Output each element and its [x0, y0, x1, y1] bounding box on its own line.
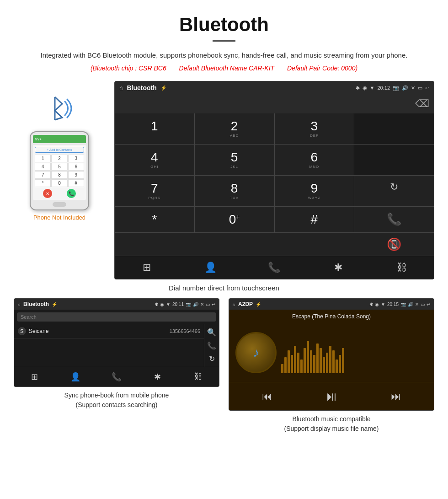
back-icon[interactable]: ↩: [425, 85, 429, 91]
music-status-right: ✱ ◉ ▼ 20:15 📷 🔊 ✕ ▭ ↩: [369, 302, 430, 307]
page-title: Bluetooth: [27, 14, 421, 36]
music-win: ▭: [421, 302, 425, 307]
song-title: Escape (The Pina Colada Song): [229, 310, 434, 323]
prev-track-btn[interactable]: ⏮: [262, 391, 272, 402]
music-screen: ⌂ A2DP ⚡ ✱ ◉ ▼ 20:15 📷 🔊 ✕ ▭ ↩: [229, 298, 434, 411]
phone-key-hash[interactable]: #: [68, 179, 84, 187]
phonebook-item: ⌂ Bluetooth ⚡ ✱ ◉ ▼ 20:11 📷 🔊 ✕ ▭ ↩: [14, 298, 219, 434]
dialer-phone-icon[interactable]: 📞: [242, 256, 306, 279]
phone-key-0[interactable]: 0: [51, 179, 67, 187]
pb-search-icon[interactable]: 🔍: [207, 328, 216, 337]
dialer-bt-icon[interactable]: ✱: [306, 256, 370, 279]
home-icon[interactable]: ⌂: [119, 84, 123, 91]
phone-body: MY+ + Add to Contacts 1 2 3 4 5 6 7 8 9 …: [30, 131, 89, 210]
pb-close[interactable]: ✕: [200, 302, 204, 307]
pb-usb-icon: ⚡: [52, 302, 57, 307]
play-pause-btn[interactable]: ⏯: [325, 389, 338, 404]
pb-back[interactable]: ↩: [212, 302, 215, 307]
pb-sync-icon[interactable]: ↻: [207, 354, 216, 363]
close-icon[interactable]: ✕: [411, 85, 415, 91]
phone-key-5[interactable]: 5: [51, 163, 67, 171]
wave-bar: [281, 364, 283, 373]
header-description: Integrated with BC6 Bluetooth module, su…: [27, 50, 421, 61]
key-5[interactable]: 5 JKL: [195, 145, 274, 175]
phone-key-9[interactable]: 9: [68, 171, 84, 179]
pb-grid-btn[interactable]: ⊞: [14, 367, 55, 386]
phone-key-4[interactable]: 4: [35, 163, 51, 171]
next-track-btn[interactable]: ⏭: [391, 391, 401, 402]
phone-call-btn[interactable]: 📞: [67, 189, 76, 198]
pb-bt-icon: ✱: [155, 302, 158, 307]
pb-home-icon[interactable]: ⌂: [18, 302, 21, 307]
key-0[interactable]: 0+: [195, 207, 274, 232]
wave-bar: [310, 350, 312, 373]
pb-time: 20:11: [172, 302, 184, 307]
phone-key-6[interactable]: 6: [68, 163, 84, 171]
wave-bar: [342, 348, 344, 373]
dialer-title: Bluetooth: [127, 84, 156, 91]
wave-bar: [300, 359, 303, 373]
key-hash[interactable]: #: [275, 207, 354, 232]
wave-bar: [329, 346, 331, 373]
contact-avatar-s: S: [18, 327, 26, 335]
dialer-link-icon[interactable]: ⛓: [370, 256, 434, 279]
key-hangup[interactable]: 📵: [354, 233, 434, 256]
key-3[interactable]: 3 DEF: [275, 113, 354, 144]
phone-home-button[interactable]: [53, 202, 66, 207]
window-icon[interactable]: ▭: [418, 85, 422, 91]
add-contact-btn[interactable]: + Add to Contacts: [35, 147, 84, 153]
key-reload[interactable]: ↻: [354, 176, 434, 206]
key-call[interactable]: 📞: [354, 207, 434, 232]
music-main-content: Escape (The Pina Colada Song) ♪ ⏮ ⏯ ⏭: [229, 310, 434, 410]
contact-row-seicane[interactable]: S Seicane 13566664466: [14, 324, 204, 338]
phone-key-2[interactable]: 2: [51, 155, 67, 162]
music-item: ⌂ A2DP ⚡ ✱ ◉ ▼ 20:15 📷 🔊 ✕ ▭ ↩: [229, 298, 434, 434]
dialer-contact-icon[interactable]: 👤: [179, 256, 243, 279]
key-8[interactable]: 8 TUV: [195, 176, 274, 206]
key-7[interactable]: 7 PQRS: [115, 176, 194, 206]
key-4[interactable]: 4 GHI: [115, 145, 194, 175]
status-left: ⌂ Bluetooth ⚡: [119, 84, 167, 91]
music-close[interactable]: ✕: [415, 302, 419, 307]
pb-search-bar[interactable]: Search: [17, 312, 216, 322]
phone-key-star[interactable]: *: [35, 179, 51, 187]
phone-key-7[interactable]: 7: [35, 171, 51, 179]
music-home-icon[interactable]: ⌂: [233, 302, 235, 307]
key-9[interactable]: 9 WXYZ: [275, 176, 354, 206]
volume-icon[interactable]: 🔊: [402, 85, 408, 91]
key-empty-2: [354, 145, 434, 175]
wave-bar: [339, 355, 341, 373]
wave-bar: [316, 343, 319, 373]
key-1[interactable]: 1: [115, 113, 194, 144]
key-2[interactable]: 2 ABC: [195, 113, 274, 144]
music-loc: ◉: [375, 302, 379, 307]
phonebook-screen: ⌂ Bluetooth ⚡ ✱ ◉ ▼ 20:11 📷 🔊 ✕ ▭ ↩: [14, 298, 219, 387]
wave-bar: [297, 353, 299, 373]
music-vol: 🔊: [408, 302, 413, 307]
pb-bt-btn[interactable]: ✱: [137, 367, 178, 386]
music-back[interactable]: ↩: [427, 302, 430, 307]
key-star[interactable]: *: [115, 207, 194, 232]
phone-key-8[interactable]: 8: [51, 171, 67, 179]
spec-chip: (Bluetooth chip : CSR BC6: [91, 64, 166, 72]
pb-user-btn[interactable]: 👤: [55, 367, 96, 386]
page-header: Bluetooth Integrated with BC6 Bluetooth …: [0, 0, 448, 76]
camera-icon[interactable]: 📷: [393, 85, 399, 91]
pb-contact-list: S Seicane 13566664466: [14, 324, 204, 367]
wave-bar: [307, 341, 309, 373]
title-divider: [213, 40, 235, 42]
pb-call-icon[interactable]: 📞: [207, 341, 216, 350]
dialer-grid-icon[interactable]: ⊞: [115, 256, 179, 279]
pb-phone-btn[interactable]: 📞: [96, 367, 137, 386]
phone-key-1[interactable]: 1: [35, 155, 51, 162]
pb-link-btn[interactable]: ⛓: [178, 367, 219, 386]
music-waveform: [281, 332, 427, 373]
key-6[interactable]: 6 MNO: [275, 145, 354, 175]
wave-bar: [313, 355, 315, 373]
backspace-button[interactable]: ⌫: [415, 98, 429, 110]
phone-end-btn[interactable]: ✕: [43, 189, 52, 198]
phone-key-3[interactable]: 3: [68, 155, 84, 162]
music-bt-logo: ♪: [253, 345, 259, 360]
car-dialer-screen: ⌂ Bluetooth ⚡ ✱ ◉ ▼ 20:12 📷 🔊 ✕ ▭ ↩ ⌫: [114, 81, 434, 279]
wave-bar: [294, 346, 296, 373]
